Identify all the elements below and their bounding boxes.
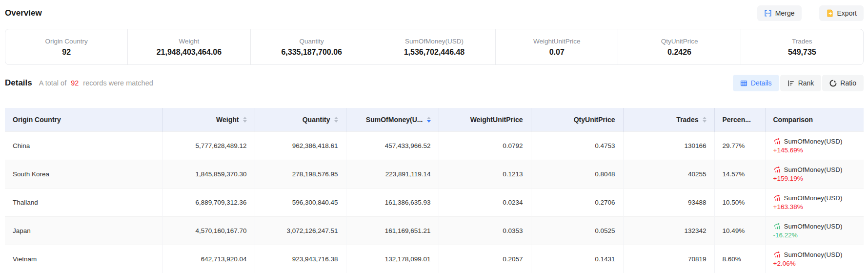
cell-qty-unit-price: 0.1431 [531,245,623,273]
sort-carets-icon [334,117,338,123]
column-header-qtyunitprice: QtyUnitPrice [531,108,623,131]
table-row: Vietnam642,713,920.04923,943,716.38132,1… [5,245,864,273]
page: Overview Merge [0,0,868,273]
cell-sum-of-money: 132,178,099.01 [346,245,439,273]
cell-percentage: 14.57% [714,160,765,188]
cell-weight: 1,845,859,370.30 [162,160,255,188]
details-bar: Details A total of 92 records were match… [5,75,864,91]
merge-button-label: Merge [775,9,795,17]
column-header-origin-country: Origin Country [5,108,162,131]
column-label: Origin Country [13,116,61,124]
comparison-metric-row: SumOfMoney(USD) [773,223,856,230]
comparison-block: SumOfMoney(USD)+163.38% [773,190,856,214]
overview-stat-weight: Weight21,948,403,464.06 [127,29,250,64]
cell-sum-of-money: 223,891,119.14 [346,160,439,188]
comparison-change: -16.22% [773,231,856,239]
details-table: Origin CountryWeightQuantitySumOfMoney(U… [5,108,864,273]
cell-origin-country: China [5,131,162,160]
column-label: Comparison [773,116,813,124]
column-header-trades[interactable]: Trades [623,108,714,131]
overview-stats-card: Origin Country92Weight21,948,403,464.06Q… [5,29,864,65]
cell-trades: 70819 [623,245,714,273]
table-row: South Korea1,845,859,370.30278,198,576.9… [5,160,864,188]
stat-value: 0.2426 [667,48,691,57]
comparison-block: SumOfMoney(USD)+159.19% [773,162,856,186]
comparison-metric-row: SumOfMoney(USD) [773,251,856,258]
cell-qty-unit-price: 0.8048 [531,160,623,188]
cell-weight-unit-price: 0.0234 [439,188,531,216]
rank-icon [787,80,795,87]
table-row: China5,777,628,489.12962,386,418.61457,4… [5,131,864,160]
view-tab-rank[interactable]: Rank [780,75,822,91]
cell-percentage: 8.60% [714,245,765,273]
cell-origin-country: Vietnam [5,245,162,273]
cell-percentage: 10.50% [714,188,765,216]
summary-prefix: A total of [39,79,66,87]
cell-weight: 6,889,709,312.36 [162,188,255,216]
comparison-metric: SumOfMoney(USD) [784,194,843,202]
view-tab-ratio[interactable]: Ratio [822,75,864,91]
stat-label: QtyUnitPrice [661,38,698,45]
trend-down-icon [773,223,781,230]
top-bar: Overview Merge [5,5,864,21]
stat-value: 21,948,403,464.06 [157,48,222,57]
export-button-label: Export [837,9,857,17]
topbar-actions: Merge Export [757,5,864,21]
column-label: Quantity [303,116,330,124]
comparison-change: +2.06% [773,260,856,267]
column-label: QtyUnitPrice [574,116,615,124]
comparison-metric-row: SumOfMoney(USD) [773,166,856,173]
cell-trades: 130166 [623,131,714,160]
summary-suffix: records were matched [83,79,153,87]
column-header-weight[interactable]: Weight [162,108,255,131]
comparison-metric-row: SumOfMoney(USD) [773,194,856,202]
export-icon [826,9,834,17]
overview-stat-qtyunitprice: QtyUnitPrice0.2426 [618,29,740,64]
stat-value: 1,536,702,446.48 [404,48,465,57]
column-header-quantity[interactable]: Quantity [255,108,346,131]
cell-qty-unit-price: 0.2706 [531,188,623,216]
cell-weight-unit-price: 0.1213 [439,160,531,188]
cell-quantity: 923,943,716.38 [255,245,346,273]
overview-stat-sumofmoney-usd-: SumOfMoney(USD)1,536,702,446.48 [373,29,495,64]
table-header: Origin CountryWeightQuantitySumOfMoney(U… [5,108,864,131]
cell-weight-unit-price: 0.0353 [439,216,531,245]
cell-sum-of-money: 457,433,966.52 [346,131,439,160]
cell-comparison: SumOfMoney(USD)+163.38% [765,188,864,216]
details-title: Details [5,78,32,88]
comparison-metric: SumOfMoney(USD) [784,166,843,173]
column-header-sumofmoney-u-[interactable]: SumOfMoney(U... [346,108,439,131]
comparison-metric-row: SumOfMoney(USD) [773,138,856,145]
table-icon [740,80,747,87]
view-tab-details[interactable]: Details [733,75,779,91]
comparison-metric: SumOfMoney(USD) [784,251,843,258]
stat-value: 0.07 [549,48,565,57]
cell-origin-country: Japan [5,216,162,245]
comparison-block: SumOfMoney(USD)+145.69% [773,134,856,158]
stat-label: Origin Country [45,38,88,45]
cell-quantity: 278,198,576.95 [255,160,346,188]
record-count: 92 [69,79,80,87]
cell-origin-country: South Korea [5,160,162,188]
cell-origin-country: Thailand [5,188,162,216]
overview-stat-quantity: Quantity6,335,187,700.06 [250,29,373,64]
ratio-icon [829,80,837,87]
column-header-percen-: Percen... [714,108,765,131]
cell-sum-of-money: 161,386,635.93 [346,188,439,216]
sort-carets-icon [243,117,247,123]
sort-carets-icon [703,117,707,123]
trend-up-icon [773,194,781,202]
column-label: Weight [216,116,239,124]
comparison-change: +159.19% [773,175,856,182]
stat-label: Weight [179,38,200,45]
merge-button[interactable]: Merge [757,5,802,21]
cell-percentage: 10.49% [714,216,765,245]
cell-weight-unit-price: 0.2057 [439,245,531,273]
trend-up-icon [773,166,781,173]
overview-stat-trades: Trades549,735 [741,29,863,64]
cell-sum-of-money: 161,169,651.21 [346,216,439,245]
export-button[interactable]: Export [819,5,864,21]
cell-quantity: 962,386,418.61 [255,131,346,160]
comparison-block: SumOfMoney(USD)+2.06% [773,247,856,271]
stat-value: 6,335,187,700.06 [281,48,342,57]
